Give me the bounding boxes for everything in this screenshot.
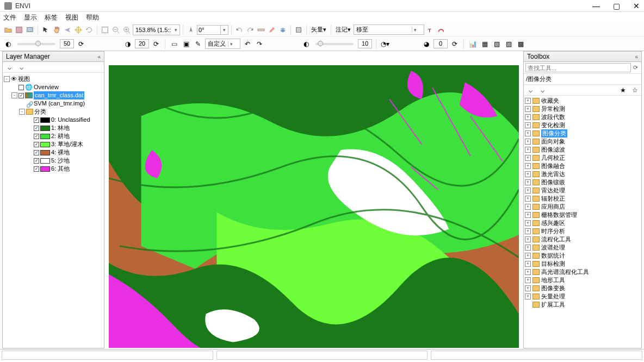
sharpen-slider[interactable] bbox=[315, 43, 354, 45]
category-root-label[interactable]: 分类 bbox=[34, 108, 46, 116]
redo2-icon[interactable]: ↷ bbox=[255, 39, 264, 49]
contrast-value[interactable]: 20 bbox=[135, 39, 149, 48]
toolbox-item[interactable]: 图像镶嵌 bbox=[541, 178, 565, 186]
toolbox-item[interactable]: 数据统计 bbox=[541, 252, 565, 260]
crosshair-icon[interactable] bbox=[73, 25, 83, 35]
toolbox-item[interactable]: 感兴趣区 bbox=[541, 219, 565, 227]
chevron-down-icon[interactable]: ▾ bbox=[175, 27, 177, 33]
tree-toggle[interactable]: + bbox=[525, 171, 531, 177]
rect-roi-icon[interactable]: ▭ bbox=[169, 39, 179, 49]
stretch2-icon[interactable]: ▧ bbox=[492, 39, 501, 49]
toolbox-item[interactable]: 扩展工具 bbox=[541, 301, 565, 309]
checkbox[interactable] bbox=[18, 93, 24, 98]
menu-labels[interactable]: 标签 bbox=[45, 13, 58, 22]
tree-toggle[interactable]: + bbox=[525, 196, 531, 202]
zoom-combo[interactable]: ▾ bbox=[133, 24, 180, 35]
toolbox-item[interactable]: 收藏夹 bbox=[541, 97, 559, 105]
brightness-slider[interactable] bbox=[17, 43, 55, 45]
toolbox-item[interactable]: 流程化工具 bbox=[541, 235, 571, 244]
lm-next-icon[interactable]: ⌵ bbox=[16, 63, 26, 72]
roi-icon[interactable] bbox=[436, 25, 446, 35]
goto-combo[interactable]: 移至 ▾ bbox=[354, 24, 424, 35]
custom-combo[interactable]: 自定义 ▾ bbox=[205, 39, 240, 49]
tree-toggle[interactable]: - bbox=[4, 76, 10, 82]
tree-toggle[interactable]: + bbox=[525, 204, 531, 210]
toolbox-item[interactable]: 面向对象 bbox=[541, 138, 565, 146]
menu-help[interactable]: 帮助 bbox=[86, 13, 99, 22]
tree-toggle[interactable]: + bbox=[525, 98, 531, 104]
cursor-icon[interactable] bbox=[41, 25, 51, 35]
stretch4-icon[interactable]: ▩ bbox=[516, 39, 525, 49]
checkbox[interactable] bbox=[18, 85, 24, 90]
layers-icon[interactable] bbox=[278, 25, 288, 35]
class-label[interactable]: 3: 草地/灌木 bbox=[51, 140, 83, 148]
overview-label[interactable]: Overview bbox=[34, 83, 59, 91]
sharpen-icon[interactable]: ◐ bbox=[301, 39, 311, 49]
text-anno-icon[interactable]: T bbox=[425, 25, 435, 35]
toolbox-search-input[interactable] bbox=[525, 63, 631, 72]
toolbox-item[interactable]: 图像变换 bbox=[541, 284, 565, 292]
tree-toggle[interactable]: + bbox=[525, 228, 531, 234]
collapse-icon[interactable]: « bbox=[97, 54, 101, 60]
open-file-icon[interactable] bbox=[3, 25, 13, 35]
rect-roi2-icon[interactable]: ▣ bbox=[181, 39, 191, 49]
tree-toggle[interactable]: + bbox=[525, 212, 531, 218]
freehand-icon[interactable]: ✎ bbox=[193, 39, 203, 49]
minimize-button[interactable]: — bbox=[592, 2, 600, 10]
brightness-value[interactable]: 50 bbox=[60, 39, 74, 48]
tree-toggle[interactable]: + bbox=[525, 163, 531, 169]
undo2-icon[interactable]: ↶ bbox=[243, 39, 252, 49]
north-arrow-icon[interactable] bbox=[186, 25, 196, 35]
stretch3-icon[interactable]: ▨ bbox=[504, 39, 513, 49]
checkbox[interactable] bbox=[34, 117, 39, 123]
tree-toggle[interactable]: - bbox=[19, 109, 25, 115]
tree-toggle[interactable]: + bbox=[525, 269, 531, 275]
menu-view[interactable]: 视图 bbox=[65, 13, 78, 22]
chip-icon[interactable] bbox=[294, 25, 304, 35]
class-label[interactable]: 5: 沙地 bbox=[51, 157, 70, 165]
display-icon[interactable] bbox=[25, 25, 35, 35]
annotation-dropdown-icon[interactable]: 注记▾ bbox=[334, 25, 352, 35]
toolbox-item[interactable]: 目标检测 bbox=[541, 260, 565, 268]
alpha-icon[interactable]: ◕ bbox=[422, 39, 431, 49]
checkbox[interactable] bbox=[34, 142, 39, 147]
tbx-next-icon[interactable]: ⌵ bbox=[537, 85, 547, 95]
tree-toggle[interactable]: + bbox=[525, 220, 531, 226]
tree-toggle[interactable]: + bbox=[525, 261, 531, 267]
fly-icon[interactable] bbox=[63, 25, 72, 35]
menu-file[interactable]: 文件 bbox=[3, 13, 16, 22]
class-label[interactable]: 6: 其他 bbox=[51, 165, 70, 173]
toolbox-item[interactable]: 矢量处理 bbox=[541, 292, 565, 301]
measure-icon[interactable] bbox=[256, 25, 266, 35]
tree-toggle[interactable]: + bbox=[525, 122, 531, 128]
rotate-combo[interactable]: ▾ bbox=[197, 25, 228, 35]
contrast-icon[interactable]: ◑ bbox=[123, 39, 133, 49]
zoom-in-icon[interactable] bbox=[122, 25, 132, 35]
chevron-down-icon[interactable]: ▾ bbox=[412, 27, 424, 33]
class-label[interactable]: 1: 林地 bbox=[51, 124, 70, 132]
redo-icon[interactable] bbox=[245, 25, 255, 35]
pencil-icon[interactable] bbox=[267, 25, 277, 35]
class-label[interactable]: 2: 耕地 bbox=[51, 132, 70, 140]
tree-toggle[interactable]: + bbox=[525, 114, 531, 120]
checkbox[interactable] bbox=[34, 134, 39, 139]
toolbox-item[interactable]: 时序分析 bbox=[541, 227, 565, 235]
undo-icon[interactable] bbox=[234, 25, 244, 35]
zoom-out-icon[interactable] bbox=[111, 25, 121, 35]
chevron-down-icon[interactable]: ▾ bbox=[221, 25, 228, 35]
tree-toggle[interactable]: + bbox=[525, 245, 531, 251]
collapse-icon[interactable]: « bbox=[635, 54, 638, 60]
toolbox-item[interactable]: 波段代数 bbox=[541, 113, 565, 121]
tree-toggle[interactable]: + bbox=[525, 155, 531, 161]
toolbox-item[interactable]: 图像分类 bbox=[541, 129, 567, 138]
svm-label[interactable]: SVM (can_tmr.img) bbox=[34, 99, 85, 108]
refresh-icon[interactable]: ⟳ bbox=[631, 64, 640, 71]
refresh3-icon[interactable]: ⟳ bbox=[450, 39, 460, 49]
alpha-value[interactable]: 0 bbox=[434, 39, 448, 48]
tbx-prev-icon[interactable]: ⌵ bbox=[525, 85, 535, 95]
tree-toggle[interactable]: + bbox=[525, 236, 531, 242]
class-file-label[interactable]: can_tmr_class.dat bbox=[34, 91, 84, 99]
zoom-input[interactable] bbox=[135, 27, 175, 33]
tree-toggle[interactable]: + bbox=[525, 130, 531, 136]
toolbox-item[interactable]: 异常检测 bbox=[541, 105, 565, 113]
